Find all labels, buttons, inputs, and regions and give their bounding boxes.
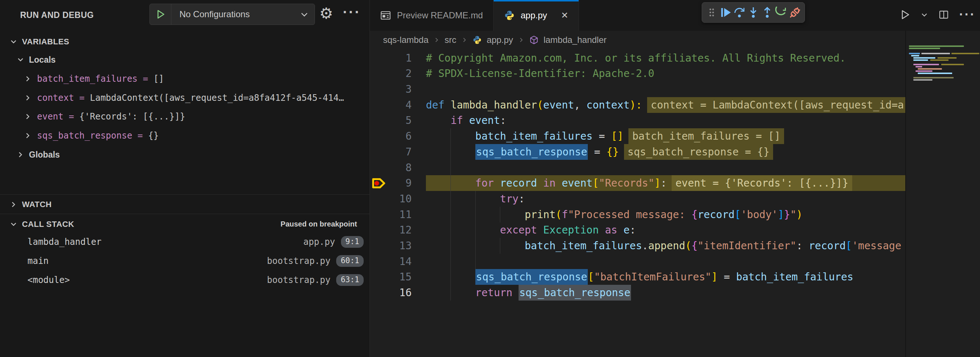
line-content[interactable]: for record in event["Records"]:event = {… xyxy=(426,175,906,191)
line-number[interactable]: 13 xyxy=(379,238,412,253)
code-token xyxy=(426,224,500,236)
stack-frame-3[interactable]: <module>bootstrap.py63:1 xyxy=(27,271,364,289)
variables-section-header[interactable]: VARIABLES xyxy=(10,35,69,49)
code-line-8[interactable]: 8 xyxy=(370,160,980,175)
line-content[interactable] xyxy=(426,81,906,97)
line-content[interactable]: if event: xyxy=(426,113,906,128)
step-over-button[interactable] xyxy=(733,5,745,21)
line-number[interactable]: 15 xyxy=(379,269,412,285)
code-line-1[interactable]: 1# Copyright Amazon.com, Inc. or its aff… xyxy=(370,50,980,66)
code-line-3[interactable]: 3 xyxy=(370,81,980,97)
code-line-11[interactable]: 11 print(f"Processed message: {record['b… xyxy=(370,207,980,223)
continue-button[interactable] xyxy=(720,5,731,21)
more-actions-icon[interactable]: ··· xyxy=(343,1,361,24)
call-stack-header-label: CALL STACK xyxy=(22,220,74,229)
watch-section-header[interactable]: WATCH xyxy=(10,198,52,211)
code-line-12[interactable]: 12 except Exception as e: xyxy=(370,222,980,238)
split-editor-icon xyxy=(939,10,949,20)
variable-row-batch_item_failures[interactable]: batch_item_failures = [] xyxy=(24,71,368,87)
line-content[interactable]: # Copyright Amazon.com, Inc. or its affi… xyxy=(426,50,906,66)
line-content[interactable]: # SPDX-License-Identifier: Apache-2.0 xyxy=(426,65,906,81)
minimap-line xyxy=(916,66,922,67)
code-line-13[interactable]: 13 batch_item_failures.append({"itemIden… xyxy=(370,238,980,253)
variable-row-event[interactable]: event = {'Records': [{...}]} xyxy=(24,108,368,124)
chevron-right-icon xyxy=(24,75,32,83)
line-number[interactable]: 11 xyxy=(379,207,412,223)
debug-toolbar xyxy=(702,2,805,23)
drag-handle-icon xyxy=(708,7,715,18)
line-number[interactable]: 7 xyxy=(379,144,412,160)
start-debug-button[interactable] xyxy=(150,4,172,25)
indent-guide xyxy=(450,222,451,238)
code-line-6[interactable]: 6 batch_item_failures = []batch_item_fai… xyxy=(370,128,980,144)
split-editor-button[interactable] xyxy=(937,6,950,23)
variables-group-locals[interactable]: Locals xyxy=(16,52,56,67)
step-out-button[interactable] xyxy=(761,5,773,21)
line-content[interactable]: batch_item_failures = []batch_item_failu… xyxy=(426,128,906,144)
line-content[interactable]: sqs_batch_response = {}sqs_batch_respons… xyxy=(426,144,906,160)
code-line-10[interactable]: 10 try: xyxy=(370,191,980,207)
paused-status-badge: Paused on breakpoint xyxy=(280,220,357,228)
code-line-15[interactable]: 15 sqs_batch_response["batchItemFailures… xyxy=(370,269,980,285)
run-options-chevron[interactable] xyxy=(920,6,928,23)
indent-guide xyxy=(475,222,476,238)
line-number[interactable]: 8 xyxy=(379,160,412,175)
line-content[interactable] xyxy=(426,160,906,175)
line-number[interactable]: 2 xyxy=(379,65,412,81)
minimap-line xyxy=(916,70,932,72)
variable-text: sqs_batch_response = {} xyxy=(37,131,159,141)
code-token: try xyxy=(500,193,519,205)
line-content[interactable]: print(f"Processed message: {record['body… xyxy=(426,207,906,223)
line-number[interactable]: 5 xyxy=(379,113,412,128)
line-number[interactable]: 16 xyxy=(379,285,412,301)
variable-row-sqs_batch_response[interactable]: sqs_batch_response = {} xyxy=(24,128,368,144)
line-content[interactable] xyxy=(426,253,906,269)
code-line-9[interactable]: 9 for record in event["Records"]:event =… xyxy=(370,175,980,191)
code-token: { xyxy=(691,240,698,252)
frame-file: bootstrap.py xyxy=(267,256,330,266)
code-line-16[interactable]: 16 return sqs_batch_response xyxy=(370,285,980,301)
code-line-4[interactable]: 4def lambda_handler(event, context):cont… xyxy=(370,97,980,113)
stack-frame-1[interactable]: lambda_handlerapp.py9:1 xyxy=(27,233,364,251)
gear-icon[interactable]: ⚙ xyxy=(319,2,333,25)
code-editor[interactable]: 1# Copyright Amazon.com, Inc. or its aff… xyxy=(370,0,980,357)
minimap[interactable] xyxy=(907,43,980,91)
indent-guide xyxy=(450,269,451,285)
code-line-14[interactable]: 14 xyxy=(370,253,980,269)
line-number[interactable]: 14 xyxy=(379,253,412,269)
stack-frame-2[interactable]: mainbootstrap.py60:1 xyxy=(27,252,364,270)
line-content[interactable]: sqs_batch_response["batchItemFailures"] … xyxy=(426,269,906,285)
step-into-button[interactable] xyxy=(748,5,759,21)
variable-row-context[interactable]: context = LambdaContext([aws_request_id=… xyxy=(24,90,368,106)
restart-button[interactable] xyxy=(775,5,787,21)
code-token: def xyxy=(426,99,450,111)
run-python-file-button[interactable] xyxy=(898,6,912,23)
code-token: ] xyxy=(654,177,661,189)
drag-handle[interactable] xyxy=(706,5,718,21)
variables-group-globals[interactable]: Globals xyxy=(16,147,60,163)
code-token: . xyxy=(642,240,648,252)
call-stack-section-header[interactable]: CALL STACK xyxy=(10,218,74,231)
code-line-7[interactable]: 7 sqs_batch_response = {}sqs_batch_respo… xyxy=(370,144,980,160)
line-content[interactable]: return sqs_batch_response xyxy=(426,285,906,301)
line-number[interactable]: 3 xyxy=(379,81,412,97)
minimap-line xyxy=(911,55,919,56)
debug-config-dropdown[interactable]: No Configurations xyxy=(150,4,315,25)
section-divider xyxy=(0,194,369,194)
minimap-line xyxy=(921,53,950,54)
more-actions-icon[interactable]: ··· xyxy=(959,7,975,22)
line-number[interactable]: 6 xyxy=(379,128,412,144)
code-line-5[interactable]: 5 if event: xyxy=(370,113,980,128)
line-content[interactable]: try: xyxy=(426,191,906,207)
line-number[interactable]: 4 xyxy=(379,97,412,113)
line-number[interactable]: 12 xyxy=(379,222,412,238)
code-line-2[interactable]: 2# SPDX-License-Identifier: Apache-2.0 xyxy=(370,65,980,81)
disconnect-button[interactable] xyxy=(789,5,801,21)
line-number[interactable]: 10 xyxy=(379,191,412,207)
line-content[interactable]: batch_item_failures.append({"itemIdentif… xyxy=(426,238,906,253)
line-content[interactable]: def lambda_handler(event, context):conte… xyxy=(426,97,906,113)
code-token: ( xyxy=(685,240,691,252)
breakpoint-current-line-icon[interactable] xyxy=(371,177,388,190)
line-number[interactable]: 1 xyxy=(379,50,412,66)
line-content[interactable]: except Exception as e: xyxy=(426,222,906,238)
